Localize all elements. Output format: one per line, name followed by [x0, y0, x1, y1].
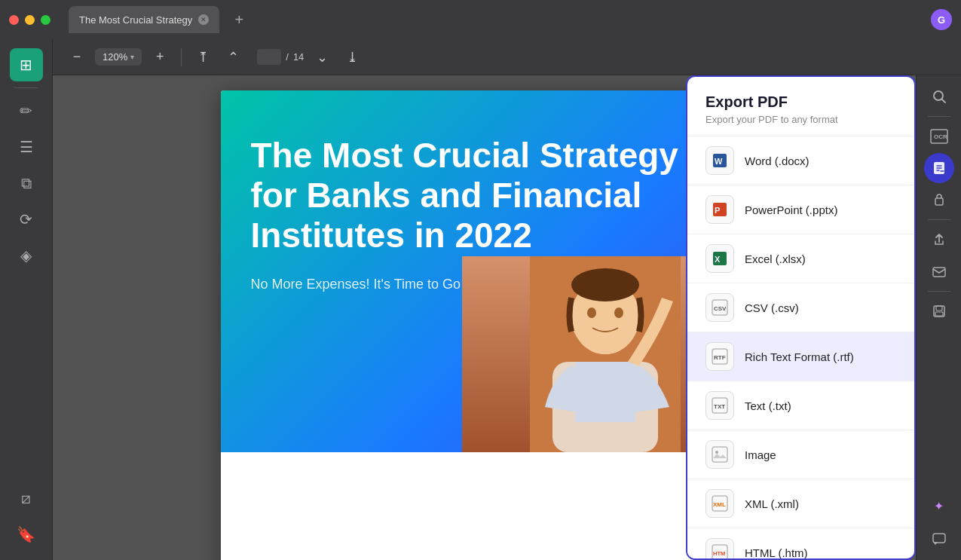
comments-icon: ☰	[20, 138, 33, 156]
zoom-out-button[interactable]: −	[65, 45, 89, 69]
svg-text:HTM: HTM	[713, 550, 725, 557]
share-icon[interactable]	[924, 225, 954, 255]
zoom-level: 120%	[103, 51, 127, 63]
organize-icon: ⧉	[21, 175, 32, 192]
avatar[interactable]: G	[931, 9, 952, 30]
svg-point-21	[715, 451, 718, 454]
sidebar-item-convert[interactable]: ⟳	[10, 203, 43, 236]
svg-rect-20	[712, 447, 727, 462]
svg-line-27	[941, 99, 945, 103]
export-panel: Export PDF Export your PDF to any format…	[686, 75, 916, 560]
page-navigation: 1 / 14	[257, 49, 304, 65]
export-format-word[interactable]: W Word (.docx)	[687, 136, 914, 185]
svg-text:XML: XML	[713, 501, 726, 508]
svg-text:RTF: RTF	[714, 354, 726, 361]
txt-icon: TXT	[705, 391, 734, 420]
protect-icon[interactable]	[924, 185, 954, 215]
export-panel-subtitle: Export your PDF to any format	[705, 114, 896, 125]
excel-label: Excel (.xlsx)	[745, 252, 806, 265]
pdf-header: The Most Crucial Strategy for Banks and …	[221, 90, 748, 452]
content-area: The Most Crucial Strategy for Banks and …	[53, 75, 961, 560]
right-icons-panel: OCR ✦	[916, 75, 961, 560]
xml-label: XML (.xml)	[745, 497, 799, 510]
bookmark-icon: 🔖	[17, 525, 35, 543]
layers-icon: ⧄	[21, 490, 31, 507]
html-label: HTML (.htm)	[745, 546, 808, 559]
right-divider-2	[928, 219, 950, 220]
sidebar-item-layers[interactable]: ⧄	[10, 482, 43, 515]
new-tab-button[interactable]: +	[228, 9, 249, 30]
export-format-powerpoint[interactable]: P PowerPoint (.pptx)	[687, 185, 914, 234]
svg-rect-4	[575, 362, 635, 422]
page-separator: /	[286, 51, 289, 63]
export-format-excel[interactable]: X Excel (.xlsx)	[687, 234, 914, 283]
svg-text:OCR: OCR	[934, 133, 947, 140]
content-wrapper: − 120% ▾ + ⤒ ⌃ 1 / 14 ⌄ ⤓ The Mo	[53, 39, 961, 560]
thumbnails-icon: ⊞	[20, 56, 32, 74]
next-page-button[interactable]: ⌄	[310, 45, 334, 69]
sidebar-item-comments[interactable]: ☰	[10, 130, 43, 164]
tab-close-button[interactable]: ✕	[198, 14, 209, 25]
traffic-lights	[9, 15, 50, 25]
svg-point-6	[614, 308, 623, 318]
export-panel-title: Export PDF	[705, 93, 896, 111]
annotate-icon: ✏	[20, 102, 32, 120]
powerpoint-label: PowerPoint (.pptx)	[745, 203, 837, 216]
export-format-rtf[interactable]: RTF Rich Text Format (.rtf)	[687, 332, 914, 381]
csv-label: CSV (.csv)	[745, 301, 799, 314]
toolbar-separator-1	[181, 48, 182, 66]
first-page-button[interactable]: ⤒	[191, 45, 215, 69]
titlebar: The Most Crucial Strategy ✕ + G	[0, 0, 961, 39]
current-page-input[interactable]: 1	[257, 49, 281, 65]
svg-rect-34	[936, 306, 942, 311]
chat-icon[interactable]	[924, 524, 954, 554]
export-header: Export PDF Export your PDF to any format	[687, 77, 914, 136]
svg-point-5	[587, 308, 596, 318]
main-layout: ⊞ ✏ ☰ ⧉ ⟳ ◈ ⧄ 🔖 −	[0, 39, 961, 560]
svg-text:CSV: CSV	[714, 305, 727, 312]
word-icon: W	[705, 146, 734, 175]
convert-icon: ⟳	[20, 210, 32, 228]
export-format-csv[interactable]: CSV CSV (.csv)	[687, 283, 914, 332]
stamp-icon: ◈	[20, 246, 32, 265]
thumbnails-dot	[13, 63, 17, 67]
sidebar-item-bookmark[interactable]: 🔖	[10, 518, 43, 551]
maximize-button[interactable]	[41, 15, 50, 25]
close-button[interactable]	[9, 15, 19, 25]
export-format-xml[interactable]: XML XML (.xml)	[687, 479, 914, 528]
right-divider-1	[928, 116, 950, 117]
email-icon[interactable]	[924, 256, 954, 286]
image-label: Image	[745, 448, 776, 461]
image-icon	[705, 440, 734, 469]
prev-page-button[interactable]: ⌃	[221, 45, 245, 69]
svg-text:X: X	[715, 255, 721, 264]
search-panel-icon[interactable]	[924, 81, 954, 112]
svg-rect-35	[935, 312, 943, 316]
sidebar-item-organize[interactable]: ⧉	[10, 167, 43, 200]
svg-text:TXT: TXT	[714, 403, 725, 410]
export-format-txt[interactable]: TXT Text (.txt)	[687, 381, 914, 430]
export-format-image[interactable]: Image	[687, 430, 914, 479]
svg-rect-32	[933, 268, 945, 277]
txt-label: Text (.txt)	[745, 399, 791, 412]
sidebar-divider-1	[14, 87, 38, 88]
pdf-page: The Most Crucial Strategy for Banks and …	[221, 90, 748, 560]
zoom-control[interactable]: 120% ▾	[95, 48, 142, 66]
sidebar-item-thumbnails[interactable]: ⊞	[10, 48, 43, 81]
sidebar-item-annotate[interactable]: ✏	[10, 94, 43, 127]
ai-icon[interactable]: ✦	[924, 491, 954, 521]
export-panel-icon[interactable]	[924, 153, 954, 183]
svg-point-7	[571, 268, 639, 301]
browser-tab[interactable]: The Most Crucial Strategy ✕	[69, 6, 219, 33]
tab-title: The Most Crucial Strategy	[79, 14, 192, 26]
sidebar-item-stamp[interactable]: ◈	[10, 239, 43, 272]
export-format-html[interactable]: HTM HTML (.htm)	[687, 528, 914, 560]
minimize-button[interactable]	[25, 15, 35, 25]
zoom-in-button[interactable]: +	[148, 45, 172, 69]
csv-icon: CSV	[705, 293, 734, 322]
save-icon[interactable]	[924, 296, 954, 326]
ocr-icon[interactable]: OCR	[924, 121, 954, 151]
excel-icon: X	[705, 244, 734, 273]
last-page-button[interactable]: ⤓	[340, 45, 364, 69]
zoom-dropdown-icon: ▾	[130, 53, 134, 61]
